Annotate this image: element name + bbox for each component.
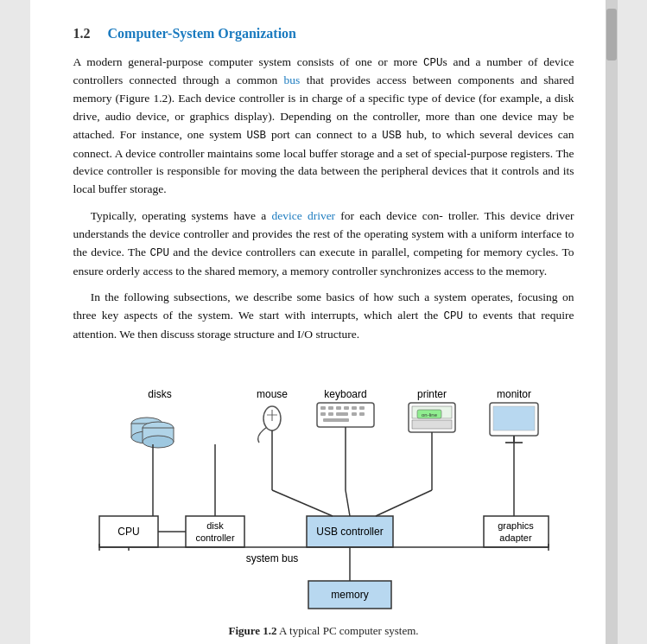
monitor-label: monitor xyxy=(496,388,530,400)
section-header: 1.2 Computer-System Organization xyxy=(73,26,574,41)
svg-line-40 xyxy=(272,490,333,516)
figure-caption: Figure 1.2 A typical PC computer system. xyxy=(228,624,418,638)
disk-controller-label2: controller xyxy=(195,532,235,543)
cpu-ref-1: CPU xyxy=(423,57,443,69)
disks-label: disks xyxy=(148,388,171,400)
scrollbar[interactable] xyxy=(606,0,618,644)
usb-ref-1: USB xyxy=(247,130,267,142)
online-label: on-line xyxy=(421,412,437,418)
usb-controller-label: USB controller xyxy=(316,526,383,538)
svg-rect-17 xyxy=(328,412,333,416)
svg-rect-12 xyxy=(336,406,341,410)
paragraph-3: In the following subsections, we describ… xyxy=(73,289,574,343)
bus-link: bus xyxy=(284,73,301,86)
svg-rect-21 xyxy=(323,418,349,422)
svg-rect-11 xyxy=(328,406,333,410)
paragraph-1: A modern general-purpose computer system… xyxy=(73,54,574,199)
svg-rect-18 xyxy=(336,412,348,416)
svg-rect-15 xyxy=(359,406,365,410)
cpu-box-label: CPU xyxy=(117,526,139,538)
graphics-adapter-label2: adapter xyxy=(499,532,532,543)
device-driver-link: device driver xyxy=(271,209,335,222)
scrollbar-thumb[interactable] xyxy=(606,9,617,61)
printer-label: printer xyxy=(416,388,446,400)
svg-rect-27 xyxy=(493,406,535,430)
svg-line-42 xyxy=(376,490,432,516)
graphics-adapter-label: graphics xyxy=(498,520,534,531)
page: 1.2 Computer-System Organization A moder… xyxy=(30,0,618,644)
bus-label: system bus xyxy=(245,552,298,564)
keyboard-label: keyboard xyxy=(324,388,366,400)
svg-rect-16 xyxy=(320,412,326,416)
diagram-container: disks mouse keyboard xyxy=(73,365,574,638)
cpu-ref-2: CPU xyxy=(149,247,169,259)
cpu-ref-3: CPU xyxy=(443,310,463,322)
disk-controller-label: disk xyxy=(206,520,224,531)
memory-label: memory xyxy=(331,589,368,601)
svg-point-5 xyxy=(143,436,174,448)
section-number: 1.2 xyxy=(73,26,98,41)
svg-rect-20 xyxy=(359,412,365,416)
svg-rect-13 xyxy=(344,406,349,410)
diagram-svg: disks mouse keyboard xyxy=(82,365,566,615)
mouse-label: mouse xyxy=(256,388,287,400)
section-title: Computer-System Organization xyxy=(108,26,297,41)
figure-label: Figure 1.2 xyxy=(228,624,276,637)
svg-rect-10 xyxy=(320,406,326,410)
svg-rect-25 xyxy=(412,420,452,429)
svg-line-41 xyxy=(346,490,350,516)
svg-rect-14 xyxy=(352,406,357,410)
paragraph-2: Typically, operating systems have a devi… xyxy=(73,207,574,280)
usb-hub-ref: USB xyxy=(382,130,402,142)
svg-rect-19 xyxy=(352,412,357,416)
figure-text: A typical PC computer system. xyxy=(279,624,418,637)
